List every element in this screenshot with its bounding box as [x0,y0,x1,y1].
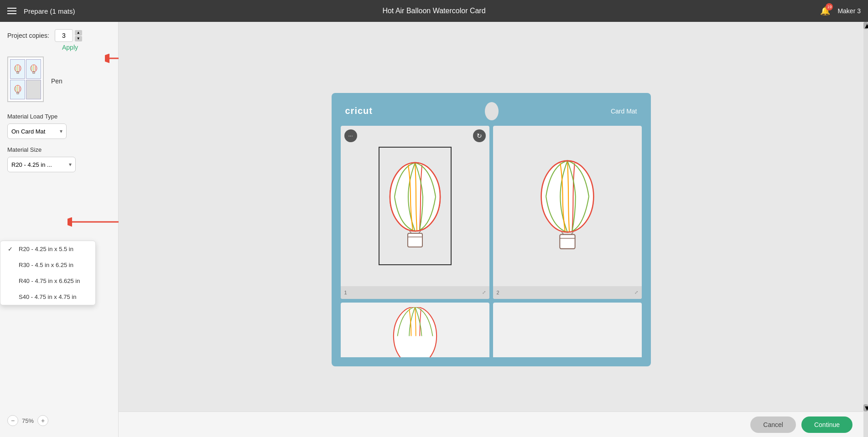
increment-button[interactable]: ▲ [75,30,82,36]
prepare-label: Prepare (1 mats) [24,7,75,15]
mat-cell-3-partial [341,303,489,357]
mat-cell-2: 2 ⤢ [493,126,642,299]
card-mat-label: Card Mat [611,108,637,115]
continue-button[interactable]: Continue [801,416,852,433]
material-size-label: Material Size [7,146,111,153]
svg-rect-22 [408,233,422,247]
apply-button[interactable]: Apply [29,44,111,51]
material-size-dropdown[interactable]: R20 - 4.25 in ... ▾ [7,157,76,172]
material-load-section: Material Load Type On Card Mat ▾ [7,113,111,146]
mat-cell-2-bottom: 2 ⤢ [493,286,642,299]
mat-canvas: cricut Card Mat ··· ↻ [119,22,863,437]
oval-handle [485,102,499,120]
cell-1-number: 1 [344,290,347,295]
chevron-down-icon: ▾ [60,128,62,134]
project-copies-row: Project copies: ▲ ▼ [7,29,111,42]
cut-border [379,147,452,265]
machine-name: Maker 3 [837,7,861,15]
footer: Cancel Continue [119,411,863,437]
resize-icon-2: ⤢ [634,290,638,295]
notification-badge: 19 [826,3,833,10]
card-mat-container: cricut Card Mat ··· ↻ [332,93,651,366]
copies-input[interactable] [55,29,73,42]
dropdown-item-r20[interactable]: ✓ R20 - 4.25 in x 5.5 in [0,241,95,257]
dropdown-item-s40[interactable]: S40 - 4.75 in x 4.75 in [0,289,95,305]
check-icon: ✓ [8,246,15,252]
mat-thumb-cell [10,80,25,99]
balloon-svg-1 [383,154,447,258]
scroll-up-arrow[interactable]: ▲ [863,22,868,29]
zoom-level: 75% [22,417,34,424]
mat-row: Pen [7,57,111,106]
balloon-svg-2 [531,151,604,261]
mat-bottom-grid [341,303,642,357]
sidebar: Project copies: ▲ ▼ Apply [0,22,119,437]
cricut-logo: cricut [345,106,373,116]
mat-cell-2-inner [493,126,642,286]
dropdown-option-r20: R20 - 4.25 in x 5.5 in [19,246,73,252]
balloon-thumb-icon3 [14,85,22,95]
decrement-button[interactable]: ▼ [75,36,82,41]
balloon-partial-3 [388,307,442,357]
mat-thumbnail [7,57,44,102]
mat-thumb-cell [26,80,41,99]
resize-icon-1: ⤢ [482,290,486,295]
right-scrollbar[interactable]: ▲ ▼ [863,22,868,437]
card-mat-header: cricut Card Mat [341,102,642,120]
material-size-menu: ✓ R20 - 4.25 in x 5.5 in R30 - 4.5 in x … [0,241,96,305]
mat-cell-1-inner [341,126,489,286]
app-header: Prepare (1 mats) Hot Air Balloon Waterco… [0,0,868,22]
zoom-in-button[interactable]: + [37,415,48,426]
hamburger-menu[interactable] [7,8,16,14]
on-card-mat-label: On Card Mat [11,128,45,135]
mat-thumb-cell [26,59,41,79]
scroll-down-arrow[interactable]: ▼ [863,404,868,411]
mat-cell-4-partial [493,303,642,357]
mat-cell-1-bottom: 1 ⤢ [341,286,489,299]
content-area: cricut Card Mat ··· ↻ [119,22,863,437]
pen-label: Pen [51,77,62,85]
material-load-dropdown[interactable]: On Card Mat ▾ [7,123,67,139]
mat-top-grid: ··· ↻ [341,126,642,299]
cell-2-number: 2 [497,290,499,295]
material-size-section: Material Size R20 - 4.25 in ... ▾ [7,146,111,174]
selected-size-label: R20 - 4.25 in ... [11,161,52,168]
balloon-thumb-icon2 [30,64,38,74]
notification-button[interactable]: 19 🔔 [820,6,830,16]
dropdown-item-r30[interactable]: R30 - 4.5 in x 6.25 in [0,257,95,273]
chevron-down-icon2: ▾ [69,161,72,168]
mat-thumb-cell [10,59,25,79]
cancel-button[interactable]: Cancel [750,416,796,433]
balloon-thumb-icon [14,64,22,74]
main-layout: Project copies: ▲ ▼ Apply [0,22,868,437]
dropdown-item-r40[interactable]: R40 - 4.75 in x 6.625 in [0,273,95,289]
copies-input-wrapper: ▲ ▼ [55,29,82,42]
project-copies-label: Project copies: [7,32,49,39]
dropdown-option-s40: S40 - 4.75 in x 4.75 in [19,293,76,300]
svg-rect-28 [560,234,575,248]
page-title: Hot Air Balloon Watercolor Card [382,7,485,15]
dropdown-option-r30: R30 - 4.5 in x 6.25 in [19,262,73,268]
material-load-label: Material Load Type [7,113,111,120]
copies-stepper: ▲ ▼ [75,30,82,41]
mat-cell-1: ··· ↻ [341,126,489,299]
dropdown-option-r40: R40 - 4.75 in x 6.625 in [19,278,80,284]
zoom-out-button[interactable]: − [7,415,18,426]
zoom-bar: − 75% + [7,415,48,426]
